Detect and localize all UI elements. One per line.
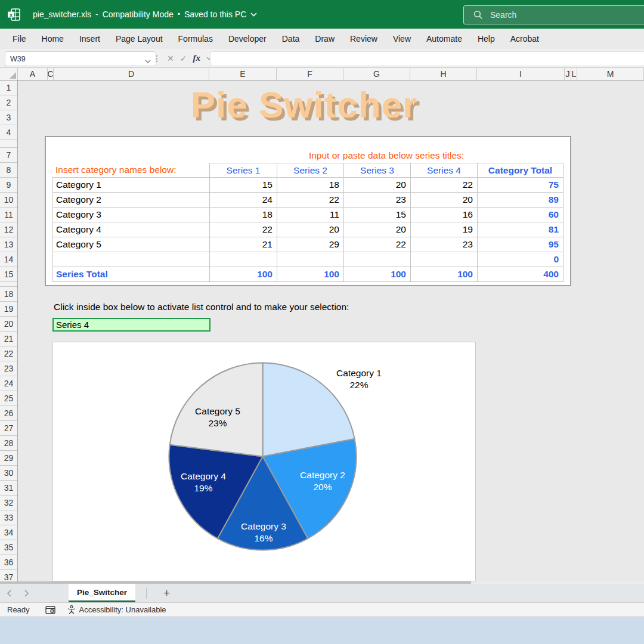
cell-value[interactable] (277, 252, 343, 267)
column-header-E[interactable]: E (209, 68, 277, 80)
row-header-hidden[interactable] (0, 140, 17, 148)
saved-status[interactable]: Saved to this PC (184, 10, 246, 19)
cell-category-total[interactable]: 0 (477, 252, 564, 267)
cell-value[interactable]: 18 (277, 178, 343, 193)
menu-tab-draw[interactable]: Draw (307, 29, 342, 49)
row-header-1[interactable]: 1 (0, 80, 17, 95)
series-header-2[interactable]: Series 2 (277, 163, 343, 178)
row-header-22[interactable]: 22 (0, 346, 17, 361)
cell-category-name[interactable]: Category 2 (52, 193, 209, 208)
series-header-4[interactable]: Series 4 (410, 163, 477, 178)
cell-category-total[interactable]: 95 (477, 237, 564, 252)
row-header-21[interactable]: 21 (0, 332, 17, 346)
menu-tab-formulas[interactable]: Formulas (171, 29, 221, 49)
row-header-20[interactable]: 20 (0, 317, 17, 332)
cell-value[interactable]: 20 (343, 178, 410, 193)
row-header-2[interactable]: 2 (0, 95, 17, 110)
column-header-J[interactable]: J (565, 68, 571, 80)
column-header-C[interactable]: C (48, 68, 54, 80)
add-sheet-button[interactable]: + (163, 587, 170, 600)
cell-category-name[interactable]: Category 5 (52, 237, 209, 252)
menu-tab-acrobat[interactable]: Acrobat (503, 29, 547, 49)
row-header-9[interactable]: 9 (0, 178, 17, 193)
series-header-3[interactable]: Series 3 (343, 163, 410, 178)
menu-tab-page-layout[interactable]: Page Layout (108, 29, 171, 49)
cell-value[interactable]: 22 (209, 222, 277, 237)
menu-tab-insert[interactable]: Insert (72, 29, 108, 49)
row-header-4[interactable]: 4 (0, 125, 17, 140)
column-header-M[interactable]: M (577, 68, 644, 80)
cell-value[interactable]: 22 (343, 237, 410, 252)
cell-value[interactable] (209, 252, 277, 267)
column-header-A[interactable]: A (18, 68, 48, 80)
accessibility-icon[interactable] (67, 605, 76, 614)
row-header-23[interactable]: 23 (0, 361, 17, 376)
menu-tab-developer[interactable]: Developer (221, 29, 274, 49)
sheet-tab-pie-switcher[interactable]: Pie_Switcher (69, 584, 135, 602)
cell-category-name[interactable]: Category 3 (52, 208, 209, 222)
row-header-34[interactable]: 34 (0, 525, 17, 540)
row-header-7[interactable]: 7 (0, 148, 17, 163)
cell-value[interactable]: 22 (277, 193, 343, 208)
cell-value[interactable]: 21 (209, 237, 277, 252)
menu-tab-help[interactable]: Help (470, 29, 503, 49)
series-list-control[interactable]: Series 4 (52, 318, 210, 332)
row-header-10[interactable]: 10 (0, 193, 17, 208)
row-header-26[interactable]: 26 (0, 406, 17, 421)
sheet-nav-prev-icon[interactable] (0, 590, 18, 597)
row-header-32[interactable]: 32 (0, 496, 17, 510)
cell-value[interactable]: 23 (410, 237, 477, 252)
row-header-28[interactable]: 28 (0, 436, 17, 451)
pie-chart-object[interactable]: Category 122%Category 220%Category 316%C… (52, 342, 476, 581)
row-header-27[interactable]: 27 (0, 421, 17, 436)
name-box[interactable]: W39 (5, 51, 156, 66)
cell-value[interactable]: 19 (410, 222, 477, 237)
cell-grand-total[interactable]: 400 (477, 267, 564, 282)
row-header-18[interactable]: 18 (0, 287, 17, 302)
menu-tab-home[interactable]: Home (34, 29, 72, 49)
row-header-14[interactable]: 14 (0, 252, 17, 267)
cell-category-name[interactable]: Category 1 (52, 178, 209, 193)
cell-value[interactable]: 15 (343, 208, 410, 222)
series-header-1[interactable]: Series 1 (209, 163, 277, 178)
cell-series-total[interactable]: 100 (209, 267, 277, 282)
cell-category-total[interactable]: 89 (477, 193, 564, 208)
column-header-G[interactable]: G (343, 68, 410, 80)
cell-value[interactable]: 24 (209, 193, 277, 208)
search-box[interactable]: Search (463, 5, 644, 24)
formula-input[interactable] (210, 51, 644, 66)
macro-record-icon[interactable] (45, 606, 55, 614)
cell-value[interactable]: 11 (277, 208, 343, 222)
enter-icon[interactable]: ✓ (180, 54, 187, 63)
insert-function-icon[interactable]: fx (193, 53, 200, 63)
cell-category-name[interactable]: Category 4 (52, 222, 209, 237)
row-header-25[interactable]: 25 (0, 391, 17, 406)
row-header-8[interactable]: 8 (0, 163, 17, 178)
row-header-33[interactable]: 33 (0, 510, 17, 525)
row-header-15[interactable]: 15 (0, 267, 17, 282)
cell-series-total[interactable]: 100 (410, 267, 477, 282)
cell-category-total[interactable]: 75 (477, 178, 564, 193)
row-header-24[interactable]: 24 (0, 376, 17, 391)
column-header-L[interactable]: L (571, 68, 577, 80)
accessibility-status[interactable]: Accessibility: Unavailable (79, 605, 166, 614)
column-header-D[interactable]: D (54, 68, 209, 80)
row-header-37[interactable]: 37 (0, 570, 17, 581)
row-header-30[interactable]: 30 (0, 466, 17, 481)
row-header-19[interactable]: 19 (0, 302, 17, 317)
column-header-F[interactable]: F (277, 68, 343, 80)
cell-value[interactable] (410, 252, 477, 267)
worksheet-area[interactable]: 1234789101112131415181920212223242526272… (0, 80, 644, 581)
cell-series-total[interactable]: 100 (343, 267, 410, 282)
cell-value[interactable]: 22 (410, 178, 477, 193)
cell-category-total[interactable]: 60 (477, 208, 564, 222)
select-all-corner[interactable] (0, 68, 18, 80)
row-header-12[interactable]: 12 (0, 222, 17, 237)
cell-value[interactable]: 16 (410, 208, 477, 222)
menu-tab-automate[interactable]: Automate (419, 29, 470, 49)
row-header-13[interactable]: 13 (0, 237, 17, 252)
row-header-3[interactable]: 3 (0, 110, 17, 125)
category-total-header[interactable]: Category Total (477, 163, 564, 178)
cell-series-total[interactable]: 100 (277, 267, 343, 282)
row-header-36[interactable]: 36 (0, 555, 17, 570)
